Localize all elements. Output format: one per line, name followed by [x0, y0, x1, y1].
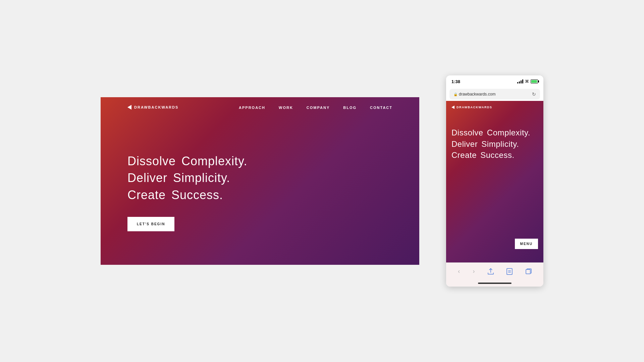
share-icon: [488, 268, 494, 275]
nav-link-blog[interactable]: BLOG: [343, 106, 357, 110]
mobile-logo-arrow-icon: [451, 106, 454, 109]
mobile-status-bar: 1:38 ⌘: [446, 75, 543, 87]
desktop-logo[interactable]: DRAWBACKWARDS: [127, 105, 178, 110]
signal-bar-4: [522, 79, 523, 83]
lock-icon: 🔒: [453, 93, 458, 96]
mobile-back-button[interactable]: ‹: [458, 268, 460, 275]
nav-item-work[interactable]: WORK: [279, 104, 293, 110]
nav-item-approach[interactable]: APPROACH: [239, 104, 265, 110]
desktop-hero: Dissolve Complexity. Deliver Simplicity.…: [127, 153, 247, 231]
desktop-hero-line1: Dissolve Complexity.: [127, 154, 247, 168]
mobile-time: 1:38: [451, 79, 460, 84]
nav-link-company[interactable]: COMPANY: [307, 106, 330, 110]
battery-fill: [531, 80, 537, 83]
svg-rect-3: [526, 269, 530, 274]
mobile-toolbar: ‹ ›: [446, 262, 543, 280]
mobile-status-icons: ⌘: [517, 79, 538, 84]
mobile-browser-frame: 1:38 ⌘ 🔒 drawbackwards.com ↻: [446, 75, 543, 287]
mobile-home-indicator: [446, 280, 543, 287]
nav-link-contact[interactable]: CONTACT: [370, 106, 392, 110]
nav-item-blog[interactable]: BLOG: [343, 104, 357, 110]
mobile-logo[interactable]: DRAWBACKWARDS: [451, 106, 492, 109]
battery-icon: [531, 79, 538, 83]
mobile-forward-button[interactable]: ›: [473, 268, 475, 275]
mobile-address-bar[interactable]: 🔒 drawbackwards.com ↻: [449, 89, 540, 100]
desktop-hero-line3: Create Success.: [127, 188, 223, 202]
mobile-share-button[interactable]: [488, 268, 494, 275]
desktop-hero-line2: Deliver Simplicity.: [127, 171, 230, 185]
mobile-menu-button[interactable]: MENU: [515, 239, 538, 249]
mobile-hero-heading: Dissolve Complexity. Deliver Simplicity.…: [451, 127, 538, 161]
mobile-tabs-button[interactable]: [526, 268, 532, 275]
mobile-hero-line1: Dissolve Complexity.: [451, 128, 530, 137]
desktop-nav-links: APPROACH WORK COMPANY BLOG CONTACT: [239, 104, 392, 110]
desktop-browser-view: DRAWBACKWARDS APPROACH WORK COMPANY BLOG…: [101, 97, 419, 265]
desktop-cta-button[interactable]: LET'S BEGIN: [127, 217, 174, 231]
home-indicator-bar: [478, 283, 512, 284]
signal-bar-2: [519, 81, 520, 83]
signal-bars-icon: [517, 79, 523, 83]
svg-rect-0: [507, 268, 512, 275]
wifi-icon: ⌘: [525, 79, 529, 84]
desktop-navbar: DRAWBACKWARDS APPROACH WORK COMPANY BLOG…: [101, 97, 419, 117]
mobile-refresh-icon[interactable]: ↻: [532, 92, 536, 97]
desktop-hero-heading: Dissolve Complexity. Deliver Simplicity.…: [127, 153, 247, 203]
mobile-navbar: DRAWBACKWARDS: [446, 101, 543, 114]
logo-arrow-icon: [127, 105, 131, 110]
mobile-address-content: 🔒 drawbackwards.com: [453, 92, 495, 97]
desktop-logo-text: DRAWBACKWARDS: [134, 105, 178, 109]
tabs-icon: [526, 268, 532, 275]
mobile-hero-line3: Create Success.: [451, 150, 515, 160]
nav-item-contact[interactable]: CONTACT: [370, 104, 392, 110]
mobile-hero-line2: Deliver Simplicity.: [451, 139, 519, 148]
signal-bar-1: [517, 82, 518, 83]
mobile-url-text: drawbackwards.com: [459, 92, 495, 97]
signal-bar-3: [521, 80, 522, 83]
mobile-bookmarks-button[interactable]: [506, 268, 513, 275]
nav-link-approach[interactable]: APPROACH: [239, 106, 265, 110]
bookmarks-icon: [506, 268, 513, 275]
mobile-content-area: DRAWBACKWARDS Dissolve Complexity. Deliv…: [446, 101, 543, 262]
nav-item-company[interactable]: COMPANY: [307, 104, 330, 110]
nav-link-work[interactable]: WORK: [279, 106, 293, 110]
mobile-logo-text: DRAWBACKWARDS: [457, 106, 492, 109]
